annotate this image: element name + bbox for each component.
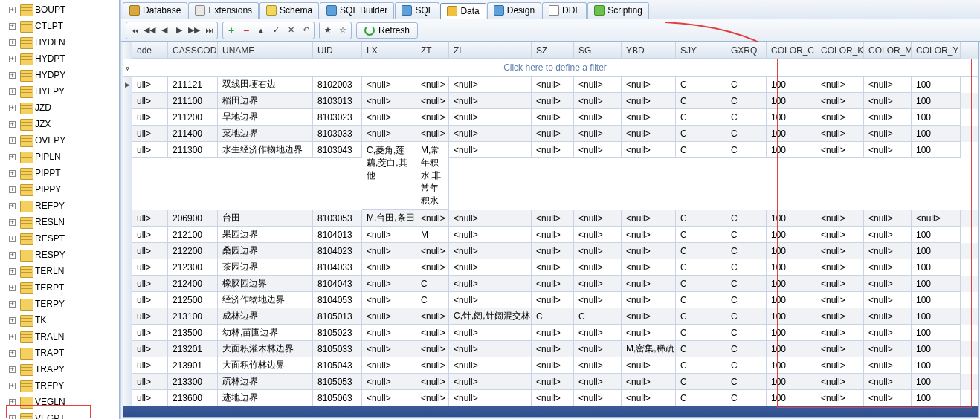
expand-icon[interactable]: + [9,105,16,111]
cell[interactable]: <null> [864,142,912,158]
cell[interactable]: 100 [767,259,816,276]
cell[interactable]: 8105063 [313,390,362,406]
cell[interactable]: <null> [362,259,416,276]
tree-item-ovepy[interactable]: +OVEPY [0,132,119,149]
col-color_c[interactable]: COLOR_C [767,42,816,59]
tree-item-hyfpy[interactable]: +HYFPY [0,83,119,100]
cell[interactable]: C [726,126,767,142]
cell[interactable]: C [726,227,767,243]
cell[interactable]: C [726,142,767,158]
cell[interactable]: <null> [864,308,912,325]
cell[interactable]: <null> [574,390,622,406]
cancel-button[interactable]: ✕ [283,23,298,38]
cell[interactable]: <null> [449,77,532,93]
cell[interactable]: <null> [816,308,864,325]
tree-item-jzd[interactable]: +JZD [0,100,119,116]
cell[interactable]: <null> [574,126,622,142]
cell[interactable]: 100 [912,390,961,406]
cell[interactable]: <null> [816,259,864,276]
cell[interactable]: 双线田埂右边 [218,77,313,93]
expand-icon[interactable]: + [9,121,16,128]
tree-item-refpy[interactable]: +REFPY [0,198,119,214]
cell[interactable]: <null> [416,325,449,341]
cell[interactable]: C [726,292,767,308]
cell[interactable]: <null> [864,227,912,243]
expand-icon[interactable]: + [9,219,16,226]
table-row[interactable]: ull>212100果园边界8104013<null>M<null><null>… [123,227,978,243]
cell[interactable]: C [676,93,726,109]
cell[interactable]: <null> [864,325,912,341]
cell[interactable]: <null> [816,390,864,406]
cell[interactable]: C,菱角,莲藕,茭白,其他 [362,142,416,210]
cell[interactable]: <null> [574,276,622,292]
cell[interactable]: 211400 [168,126,218,142]
col-zl[interactable]: ZL [449,42,532,59]
cell[interactable]: 100 [912,259,961,276]
cell[interactable]: 8103023 [313,109,362,126]
cell[interactable]: 100 [912,142,961,158]
cell[interactable]: <null> [362,109,416,126]
cell[interactable]: <null> [864,259,912,276]
cell[interactable]: <null> [816,325,864,341]
cell[interactable]: <null> [449,126,532,142]
tree-item-trfpy[interactable]: +TRFPY [0,377,119,394]
last-button[interactable]: ⏭ [202,23,216,38]
cell[interactable]: <null> [622,142,676,158]
tree-item-hydpt[interactable]: +HYDPT [0,51,119,67]
cell[interactable]: C [676,374,726,390]
cell[interactable]: <null> [362,292,416,308]
cell[interactable]: 212500 [168,292,218,308]
cell[interactable]: <null> [416,390,449,406]
expand-icon[interactable]: + [9,72,16,79]
tree-item-traln[interactable]: +TRALN [0,328,119,345]
cell[interactable]: <null> [362,341,416,357]
cell[interactable]: C [726,77,767,93]
expand-icon[interactable]: + [9,170,16,177]
cell[interactable]: <null> [864,126,912,142]
cell[interactable]: <null> [532,109,574,126]
expand-icon[interactable]: + [9,415,16,420]
cell[interactable]: C [532,308,574,325]
col-casscode[interactable]: CASSCODE [168,42,218,59]
expand-icon[interactable]: + [9,154,16,160]
tab-sql[interactable]: SQL [395,2,439,19]
cell[interactable]: <null> [622,325,676,341]
cell[interactable]: ull> [132,292,168,308]
table-row[interactable]: ull>213300疏林边界8105053<null><null><null><… [123,374,978,390]
cell[interactable]: <null> [816,374,864,390]
cell[interactable]: C [676,292,726,308]
tree-item-hydln[interactable]: +HYDLN [0,34,119,51]
data-grid[interactable]: odeCASSCODEUNAMEUIDLXZTZLSZSGYBDSJYGXRQC… [123,42,979,418]
cell[interactable]: <null> [532,374,574,390]
cell[interactable]: <null> [416,93,449,109]
table-row[interactable]: ▶ull>211121双线田埂右边8102003<null><null><nul… [123,77,978,93]
cell[interactable]: <null> [449,325,532,341]
cell[interactable]: ull> [132,126,168,142]
cell[interactable]: 成林边界 [218,308,313,325]
cell[interactable]: 水生经济作物地边界 [218,142,313,158]
cell[interactable]: <null> [449,341,532,357]
next-page-button[interactable]: ▶▶ [187,23,202,38]
cell[interactable]: 8104033 [313,259,362,276]
cell[interactable]: <null> [416,308,449,325]
cell[interactable]: C [726,374,767,390]
cell[interactable]: C [676,325,726,341]
tree-item-pippt[interactable]: +PIPPT [0,165,119,181]
cell[interactable]: <null> [622,126,676,142]
col-color_k[interactable]: COLOR_K [816,42,864,59]
cell[interactable]: ull> [132,357,168,374]
cell[interactable]: <null> [449,93,532,109]
cell[interactable]: <null> [416,243,449,259]
cell[interactable]: <null> [912,210,961,227]
cell[interactable]: 8105013 [313,308,362,325]
tab-data[interactable]: Data [440,3,486,19]
cell[interactable]: <null> [416,259,449,276]
cell[interactable]: C [726,325,767,341]
cell[interactable]: C,针,阔,针阔混交林 [449,308,532,325]
cell[interactable]: <null> [622,374,676,390]
cell[interactable]: <null> [574,227,622,243]
table-row[interactable]: ull>213201大面积灌木林边界8105033<null><null><nu… [123,341,978,357]
expand-icon[interactable]: + [9,252,16,259]
cell[interactable]: C [726,390,767,406]
table-row[interactable]: ull>213500幼林,苗圃边界8105023<null><null><nul… [123,325,978,341]
